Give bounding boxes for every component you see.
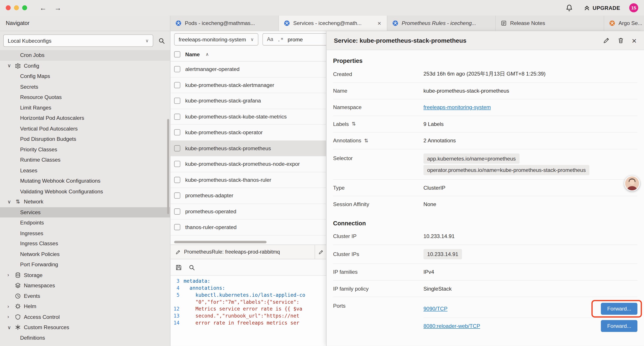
sidebar-item-mutating-webhook-configurations[interactable]: Mutating Webhook Configurations (0, 176, 170, 186)
table-row-kube-prometheus-stack-kube-state-metrics[interactable]: kube-prometheus-stack-kube-state-metrics (170, 109, 326, 125)
namespace-select[interactable]: freeleaps-monitoring-system ∨ (174, 33, 258, 45)
window-close-button[interactable] (6, 5, 10, 10)
sidebar-item-secrets[interactable]: Secrets (0, 81, 170, 92)
tab-release-notes[interactable]: Release Notes (496, 15, 604, 31)
table-row-prometheus-adapter[interactable]: prometheus-adapter (170, 188, 326, 204)
forward-button[interactable]: Forward... (601, 320, 638, 332)
sidebar-item-definitions[interactable]: Definitions (0, 333, 170, 343)
sidebar-item-runtime-classes[interactable]: Runtime Classes (0, 155, 170, 165)
row-checkbox[interactable] (174, 177, 180, 183)
table-row-thanos-ruler-operated[interactable]: thanos-ruler-operated (170, 219, 326, 235)
sidebar-scrollbar-thumb[interactable] (167, 119, 169, 214)
horizontal-scrollbar-thumb[interactable] (174, 241, 266, 243)
chevron-down-icon[interactable]: ∨ (8, 199, 15, 205)
sidebar-item-endpoints[interactable]: Endpoints (0, 217, 170, 228)
save-icon[interactable] (175, 264, 182, 271)
sidebar-item-leases[interactable]: Leases (0, 165, 170, 176)
forward-button[interactable]: Forward... (601, 303, 638, 315)
editor-search-icon[interactable] (188, 264, 195, 271)
port-link[interactable]: 8080:reloader-web/TCP (424, 323, 480, 329)
sidebar-item-config[interactable]: ∨Config (0, 60, 170, 71)
chevron-right-icon[interactable]: › (8, 314, 15, 320)
sidebar-item-ingress-classes[interactable]: Ingress Classes (0, 239, 170, 249)
sidebar-item-config-maps[interactable]: Config Maps (0, 71, 170, 81)
sidebar-item-access-control[interactable]: ›Access Control (0, 312, 170, 322)
sidebar-item-namespaces[interactable]: Namespaces (0, 280, 170, 291)
table-row-kube-prometheus-stack-thanos-ruler[interactable]: kube-prometheus-stack-thanos-ruler (170, 172, 326, 188)
tab-label: Pods - icecheng@mathmas... (185, 20, 274, 26)
sidebar-item-horizontal-pod-autoscalers[interactable]: Horizontal Pod Autoscalers (0, 113, 170, 123)
port-link[interactable]: 9090/TCP (424, 306, 448, 312)
sidebar-item-network-policies[interactable]: Network Policies (0, 249, 170, 259)
sidebar-item-events[interactable]: Events (0, 291, 170, 301)
delete-service-button[interactable] (618, 37, 624, 44)
upgrade-button[interactable]: UPGRADE (584, 4, 620, 11)
sidebar-item-storage[interactable]: ›Storage (0, 270, 170, 280)
table-row-kube-prometheus-stack-grafana[interactable]: kube-prometheus-stack-grafana (170, 93, 326, 109)
chevron-right-icon[interactable]: › (8, 272, 15, 278)
editor-content[interactable]: 3metadata:4 annotations:5 kubectl.kubern… (170, 276, 326, 346)
chevron-right-icon[interactable]: › (8, 304, 15, 309)
sidebar-item-services[interactable]: Services (0, 207, 170, 217)
sidebar-item-resource-quotas[interactable]: Resource Quotas (0, 92, 170, 102)
sidebar-item-ingresses[interactable]: Ingresses (0, 228, 170, 239)
sidebar-item-validating-webhook-configurations[interactable]: Validating Webhook Configurations (0, 186, 170, 197)
row-checkbox[interactable] (174, 66, 180, 72)
table-row-kube-prometheus-stack-prometheus-node-expor[interactable]: kube-prometheus-stack-prometheus-node-ex… (170, 156, 326, 172)
sort-toggle-icon[interactable]: ⇅ (364, 138, 368, 143)
table-row-alertmanager-operated[interactable]: alertmanager-operated (170, 61, 326, 77)
select-all-checkbox[interactable] (174, 51, 180, 57)
sidebar-search-button[interactable] (158, 37, 165, 44)
row-checkbox[interactable] (174, 82, 180, 88)
window-minimize-button[interactable] (14, 5, 19, 10)
sidebar-item-priority-classes[interactable]: Priority Classes (0, 144, 170, 155)
row-checkbox[interactable] (174, 193, 180, 199)
close-tab-icon[interactable]: × (377, 20, 382, 27)
row-checkbox[interactable] (174, 224, 180, 230)
window-zoom-button[interactable] (22, 5, 27, 10)
sidebar-item-pod-disruption-budgets[interactable]: Pod Disruption Budgets (0, 134, 170, 144)
sidebar-item-network[interactable]: ∨⇅Network (0, 197, 170, 207)
back-button[interactable]: ← (38, 4, 48, 11)
tab-label: Release Notes (510, 20, 599, 26)
namespace-link[interactable]: freeleaps-monitoring-system (424, 104, 491, 110)
sidebar-item-helm[interactable]: ›Helm (0, 301, 170, 312)
table-row-kube-prometheus-stack-operator[interactable]: kube-prometheus-stack-operator (170, 125, 326, 141)
tab-services-icecheng-math[interactable]: Services - icecheng@math...× (279, 15, 387, 31)
table-row-prometheus-operated[interactable]: prometheus-operated (170, 204, 326, 219)
row-checkbox[interactable] (174, 98, 180, 104)
column-header-name[interactable]: Name (185, 51, 200, 57)
row-checkbox[interactable] (174, 208, 180, 214)
sidebar-item-cron-jobs[interactable]: Cron Jobs (0, 50, 170, 61)
tab-pods-icecheng-mathmas[interactable]: Pods - icecheng@mathmas... (170, 15, 279, 31)
close-drawer-button[interactable]: × (632, 36, 636, 44)
match-case-toggle[interactable]: Aa (267, 36, 273, 42)
sidebar-item-custom-resources[interactable]: ∨Custom Resources (0, 322, 170, 333)
table-row-kube-prometheus-stack-alertmanager[interactable]: kube-prometheus-stack-alertmanager (170, 77, 326, 93)
tab-prometheus-rules-icecheng[interactable]: Prometheus Rules - icecheng... (387, 15, 496, 31)
row-checkbox[interactable] (174, 145, 180, 151)
sidebar-item-label: Horizontal Pod Autoscalers (20, 115, 84, 121)
regex-toggle[interactable]: .* (277, 36, 284, 42)
user-avatar[interactable] (624, 176, 640, 191)
table-row-kube-prometheus-stack-prometheus[interactable]: kube-prometheus-stack-prometheus (170, 141, 326, 156)
chevron-down-icon[interactable]: ∨ (8, 325, 15, 330)
row-checkbox[interactable] (174, 114, 180, 120)
row-checkbox[interactable] (174, 161, 180, 167)
notification-count-badge[interactable]: 15 (629, 3, 638, 12)
sidebar-item-port-forwarding[interactable]: Port Forwarding (0, 259, 170, 270)
sort-toggle-icon[interactable]: ⇅ (352, 121, 356, 127)
forward-button[interactable]: → (52, 4, 63, 11)
kubeconfig-select[interactable]: Local Kubeconfigs ∨ (3, 34, 153, 47)
edit-service-button[interactable] (603, 37, 610, 44)
sidebar-item-limit-ranges[interactable]: Limit Ranges (0, 102, 170, 113)
dock-tab-prometheusrule[interactable]: PrometheusRule: freeleaps-prod-rabbitmq (170, 245, 315, 259)
sort-ascending-icon: ∧ (206, 52, 209, 57)
sidebar-item-vertical-pod-autoscalers[interactable]: Vertical Pod Autoscalers (0, 123, 170, 134)
tab-argo-se[interactable]: Argo Se... (604, 15, 644, 31)
chevron-down-icon[interactable]: ∨ (8, 63, 15, 68)
search-input[interactable]: Aa .* prome (262, 33, 326, 45)
notifications-bell-icon[interactable] (566, 4, 573, 11)
dock-tab-partial[interactable] (315, 245, 326, 259)
row-checkbox[interactable] (174, 129, 180, 136)
